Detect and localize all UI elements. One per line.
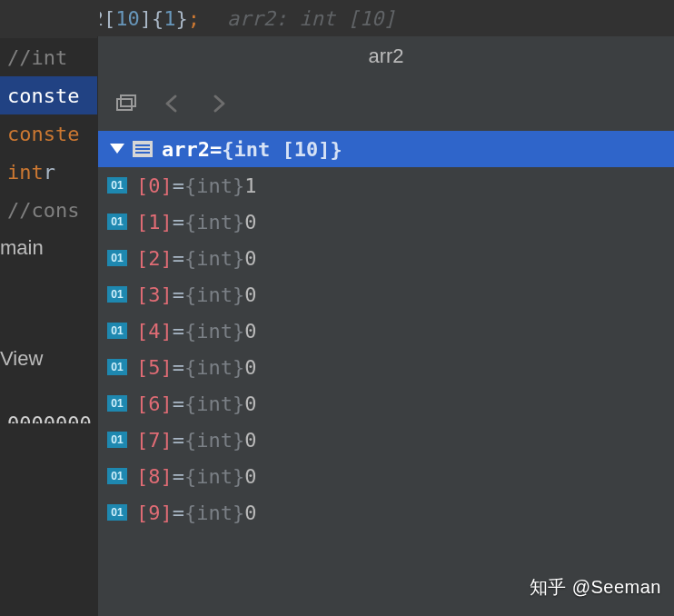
primitive-int-icon: 01	[107, 395, 127, 412]
code-selected: conste	[7, 84, 79, 107]
memory-hex: 0000000	[0, 378, 100, 423]
tree-element-row[interactable]: 01[4] = {int} 0	[98, 313, 674, 349]
tree-element-row[interactable]: 01[5] = {int} 0	[98, 349, 674, 385]
element-value: 0	[244, 283, 256, 306]
evaluate-expression-popup: arr2 arr2 = {int [10]} 01[0] = {int} 101…	[97, 36, 674, 616]
element-type: {int}	[184, 429, 244, 452]
primitive-int-icon: 01	[107, 432, 127, 448]
element-type: {int}	[184, 392, 244, 415]
tree-element-row[interactable]: 01[9] = {int} 0	[98, 494, 674, 531]
history-back-icon[interactable]	[160, 91, 185, 116]
primitive-int-icon: 01	[107, 286, 127, 303]
breadcrumb-main[interactable]: main	[0, 229, 100, 267]
element-index: [4]	[136, 320, 173, 343]
editor-current-line: int arr2 [ 10 ] { 1 } ; arr2: int [10]	[0, 0, 674, 36]
tree-element-row[interactable]: 01[6] = {int} 0	[98, 385, 674, 422]
element-index: [7]	[136, 429, 173, 452]
element-index: [0]	[136, 174, 173, 197]
element-type: {int}	[184, 283, 244, 306]
element-value: 0	[244, 392, 256, 415]
root-var-name: arr2	[162, 138, 210, 161]
primitive-int-icon: 01	[107, 359, 127, 375]
popup-toolbar	[98, 76, 674, 131]
element-index: [5]	[136, 356, 173, 379]
element-value: 0	[244, 211, 256, 233]
element-index: [2]	[136, 247, 173, 270]
element-type: {int}	[184, 356, 244, 379]
element-type: {int}	[184, 247, 244, 270]
element-type: {int}	[184, 174, 244, 197]
primitive-int-icon: 01	[107, 250, 127, 266]
editor-left-gutter: //int conste conste int r //cons main Vi…	[0, 0, 100, 616]
chevron-down-icon[interactable]	[107, 139, 127, 159]
primitive-int-icon: 01	[107, 504, 127, 521]
popup-title: arr2	[98, 36, 674, 76]
new-watch-icon[interactable]	[114, 91, 140, 116]
object-icon	[133, 141, 153, 157]
primitive-int-icon: 01	[107, 214, 127, 230]
element-index: [3]	[136, 283, 173, 306]
watermark: 知乎 @Seeman	[530, 575, 661, 600]
tree-element-row[interactable]: 01[3] = {int} 0	[98, 276, 674, 313]
tree-element-row[interactable]: 01[2] = {int} 0	[98, 240, 674, 276]
element-type: {int}	[184, 320, 244, 343]
tree-element-row[interactable]: 01[7] = {int} 0	[98, 422, 674, 458]
element-type: {int}	[184, 211, 244, 233]
tree-element-row[interactable]: 01[8] = {int} 0	[98, 458, 674, 494]
primitive-int-icon: 01	[107, 468, 127, 484]
element-index: [1]	[136, 211, 173, 233]
tree-root-row[interactable]: arr2 = {int [10]}	[98, 131, 674, 167]
element-index: [8]	[136, 465, 173, 488]
element-type: {int}	[184, 465, 244, 488]
element-value: 0	[244, 465, 256, 488]
code-comment: //int	[7, 46, 67, 69]
element-value: 0	[244, 356, 256, 379]
variables-tree[interactable]: arr2 = {int [10]} 01[0] = {int} 101[1] =…	[98, 131, 674, 531]
tree-element-row[interactable]: 01[0] = {int} 1	[98, 167, 674, 204]
element-value: 0	[244, 429, 256, 452]
inline-type-hint: arr2: int [10]	[227, 7, 395, 30]
primitive-int-icon: 01	[107, 323, 127, 339]
svg-rect-0	[117, 99, 132, 110]
tree-element-row[interactable]: 01[1] = {int} 0	[98, 204, 674, 240]
code-keyword: conste	[7, 123, 79, 145]
history-forward-icon[interactable]	[205, 91, 231, 116]
element-value: 0	[244, 502, 256, 524]
svg-marker-2	[110, 144, 124, 154]
element-value: 1	[244, 174, 256, 197]
element-value: 0	[244, 247, 256, 270]
primitive-int-icon: 01	[107, 177, 127, 194]
view-label[interactable]: View	[0, 340, 100, 378]
element-type: {int}	[184, 502, 244, 524]
element-index: [6]	[136, 392, 173, 415]
root-var-type: {int [10]}	[222, 138, 342, 161]
svg-rect-1	[121, 95, 135, 106]
element-index: [9]	[136, 502, 173, 524]
element-value: 0	[244, 320, 256, 343]
